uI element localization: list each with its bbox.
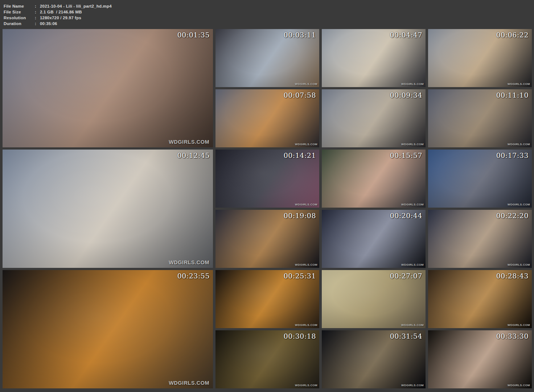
resolution-label: Resolution xyxy=(4,15,35,21)
watermark-text: WDGIRLS.COM xyxy=(508,203,530,206)
file-name-value: 2021-10-04 - Lili - lili_part2_hd.mp4 xyxy=(40,3,112,9)
video-thumbnail: 00:09:34 WDGIRLS.COM xyxy=(322,89,426,147)
video-thumbnail: 00:31:54 WDGIRLS.COM xyxy=(322,330,426,388)
resolution-value: 1280x720 / 29.97 fps xyxy=(40,15,81,21)
timestamp-label: 00:04:47 xyxy=(390,31,422,39)
video-thumbnail: 00:12:45 WDGIRLS.COM xyxy=(3,150,213,268)
timestamp-label: 00:31:54 xyxy=(390,332,422,340)
video-thumbnail: 00:17:33 WDGIRLS.COM xyxy=(428,150,532,208)
watermark-text: WDGIRLS.COM xyxy=(295,263,317,266)
thumbnail-sheet: 00:01:35 WDGIRLS.COM 00:03:11 WDGIRLS.CO… xyxy=(3,29,531,388)
timestamp-label: 00:33:30 xyxy=(496,332,529,340)
timestamp-label: 00:20:44 xyxy=(390,212,422,220)
watermark-text: WDGIRLS.COM xyxy=(508,384,530,387)
separator: : xyxy=(35,9,40,15)
timestamp-label: 00:14:21 xyxy=(284,151,316,159)
file-name-label: File Name xyxy=(4,3,35,9)
file-size-label: File Size xyxy=(4,9,35,15)
video-thumbnail: 00:04:47 WDGIRLS.COM xyxy=(322,29,426,87)
watermark-text: WDGIRLS.COM xyxy=(295,323,317,327)
file-size-value: 2.1 GB / 2146.86 MB xyxy=(40,9,82,15)
watermark-text: WDGIRLS.COM xyxy=(295,384,317,387)
watermark-text: WDGIRLS.COM xyxy=(295,143,317,146)
watermark-text: WDGIRLS.COM xyxy=(169,260,209,265)
timestamp-label: 00:19:08 xyxy=(284,212,316,220)
timestamp-label: 00:01:35 xyxy=(177,31,210,39)
video-thumbnail: 00:22:20 WDGIRLS.COM xyxy=(428,210,532,268)
file-size-row: File Size : 2.1 GB / 2146.86 MB xyxy=(4,9,534,15)
watermark-text: WDGIRLS.COM xyxy=(401,384,424,387)
video-thumbnail: 00:19:08 WDGIRLS.COM xyxy=(215,210,319,268)
duration-label: Duration xyxy=(4,21,35,26)
file-name-row: File Name : 2021-10-04 - Lili - lili_par… xyxy=(4,3,534,9)
watermark-text: WDGIRLS.COM xyxy=(401,82,424,86)
separator: : xyxy=(35,15,40,21)
video-thumbnail: 00:30:18 WDGIRLS.COM xyxy=(215,330,319,388)
file-info-header: File Name : 2021-10-04 - Lili - lili_par… xyxy=(0,0,534,29)
watermark-text: WDGIRLS.COM xyxy=(508,82,530,86)
duration-row: Duration : 00:35:06 xyxy=(4,21,534,26)
video-contact-sheet: { "header": { "separator": ":", "rows": … xyxy=(0,0,534,392)
video-thumbnail: 00:28:43 WDGIRLS.COM xyxy=(428,270,532,328)
timestamp-label: 00:17:33 xyxy=(496,151,529,159)
video-thumbnail: 00:27:07 WDGIRLS.COM xyxy=(322,270,426,328)
thumbnail-section-2: 00:12:45 WDGIRLS.COM 00:14:21 WDGIRLS.CO… xyxy=(3,150,531,268)
timestamp-label: 00:22:20 xyxy=(496,212,529,220)
timestamp-label: 00:28:43 xyxy=(496,272,529,280)
watermark-text: WDGIRLS.COM xyxy=(401,203,424,206)
timestamp-label: 00:03:11 xyxy=(284,31,316,39)
video-thumbnail: 00:14:21 WDGIRLS.COM xyxy=(215,150,319,208)
video-thumbnail: 00:07:58 WDGIRLS.COM xyxy=(215,89,319,147)
video-thumbnail: 00:25:31 WDGIRLS.COM xyxy=(215,270,319,328)
timestamp-label: 00:12:45 xyxy=(177,151,210,159)
thumbnail-section-1: 00:01:35 WDGIRLS.COM 00:03:11 WDGIRLS.CO… xyxy=(3,29,531,147)
duration-value: 00:35:06 xyxy=(40,21,57,26)
timestamp-label: 00:15:57 xyxy=(390,151,422,159)
timestamp-label: 00:23:55 xyxy=(177,272,210,280)
watermark-text: WDGIRLS.COM xyxy=(295,203,317,206)
timestamp-label: 00:07:58 xyxy=(284,91,316,99)
separator: : xyxy=(35,21,40,26)
timestamp-label: 00:11:10 xyxy=(496,91,529,99)
timestamp-label: 00:06:22 xyxy=(496,31,529,39)
video-thumbnail: 00:06:22 WDGIRLS.COM xyxy=(428,29,532,87)
video-thumbnail: 00:15:57 WDGIRLS.COM xyxy=(322,150,426,208)
watermark-text: WDGIRLS.COM xyxy=(508,143,530,146)
video-thumbnail: 00:03:11 WDGIRLS.COM xyxy=(215,29,319,87)
watermark-text: WDGIRLS.COM xyxy=(508,263,530,266)
timestamp-label: 00:25:31 xyxy=(284,272,316,280)
video-thumbnail: 00:23:55 WDGIRLS.COM xyxy=(3,270,213,388)
timestamp-label: 00:30:18 xyxy=(284,332,316,340)
resolution-row: Resolution : 1280x720 / 29.97 fps xyxy=(4,15,534,21)
watermark-text: WDGIRLS.COM xyxy=(401,143,424,146)
video-thumbnail: 00:11:10 WDGIRLS.COM xyxy=(428,89,532,147)
watermark-text: WDGIRLS.COM xyxy=(169,380,209,386)
video-thumbnail: 00:20:44 WDGIRLS.COM xyxy=(322,210,426,268)
video-thumbnail: 00:33:30 WDGIRLS.COM xyxy=(428,330,532,388)
watermark-text: WDGIRLS.COM xyxy=(508,323,530,327)
timestamp-label: 00:09:34 xyxy=(390,91,422,99)
watermark-text: WDGIRLS.COM xyxy=(169,139,209,145)
thumbnail-section-3: 00:23:55 WDGIRLS.COM 00:25:31 WDGIRLS.CO… xyxy=(3,270,531,388)
watermark-text: WDGIRLS.COM xyxy=(401,323,424,327)
separator: : xyxy=(35,3,40,9)
watermark-text: WDGIRLS.COM xyxy=(295,82,317,86)
watermark-text: WDGIRLS.COM xyxy=(401,263,424,266)
timestamp-label: 00:27:07 xyxy=(390,272,422,280)
video-thumbnail: 00:01:35 WDGIRLS.COM xyxy=(3,29,213,147)
